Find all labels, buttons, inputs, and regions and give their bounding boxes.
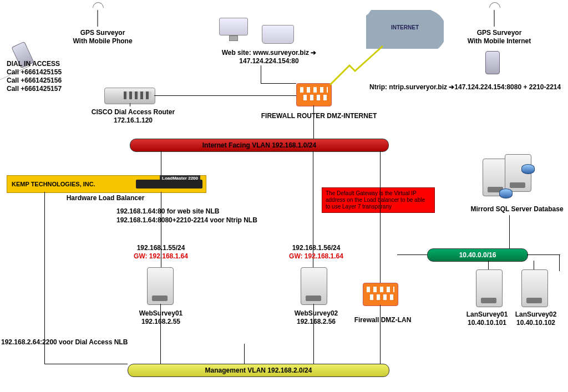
web2-gw: GW: 192.168.1.64 [277,252,355,261]
vlan-management: Management VLAN 192.168.2.0/24 [128,364,389,377]
vlan-internet-facing: Internet Facing VLAN 192.168.1.0/24 [130,139,389,152]
sql-db-icon [483,154,538,198]
connector [397,254,427,255]
dial-line-2: Call +6661425156 [7,77,62,85]
ntrip-label: Ntrip: ntrip.surveryor.biz ➔147.124.224.… [369,83,568,91]
load-balancer-device: KEMP TECHNOLOGIES, INC. LoadMaster 2200 [7,175,206,193]
sql-db-label: Mirrord SQL Server Database [467,205,567,213]
firewall-lan-label: Firewall DMZ-LAN [344,316,422,324]
websurvey02-icon [301,267,327,305]
cisco-router-label: CISCO Dial Access Router 172.16.1.120 [83,108,183,125]
desktop-icon [219,18,247,40]
firewall-lan-icon [363,283,398,306]
vlan-management-label: Management VLAN 192.168.2.0/24 [205,366,312,374]
cisco-router-icon [104,88,155,104]
connector [559,254,560,271]
connector [313,304,314,364]
lan2-name: LanSurvey02 10.40.10.102 [508,310,564,327]
connector [160,304,161,364]
firewall-internet-label: FIREWALL ROUTER DMZ-INTERNET [250,112,388,120]
mobile-phone-icon [485,51,500,74]
connector [244,344,245,364]
load-balancer-caption: Hardware Load Balancer [55,194,155,202]
connector [509,215,510,248]
lan1-name: LanSurvey01 10.40.10.101 [459,310,515,327]
connector [130,103,130,106]
kemp-model: LoadMaster 2200 [160,175,200,181]
web2-ip: 192.168.1.56/24 [277,244,355,252]
internet-link-icon [327,43,388,88]
dial-line-3: Call +6661425157 [7,85,62,93]
gps-mobile-phone-label: GPS Surveyor With Mobile Phone [61,29,144,45]
gps-mobile-internet-label: GPS Surveyor With Mobile Internet [455,29,544,45]
connector [261,83,296,84]
lansurvey02-icon [521,269,548,307]
vlan-db-label: 10.40.0.0/16 [459,251,496,259]
cloud-text: INTERNET [366,24,444,30]
connector [154,95,296,96]
kemp-brand: KEMP TECHNOLOGIES, INC. [12,181,95,187]
dial-nlb-label: 192.168.2.64:2200 voor Dial Access NLB [1,338,129,347]
connector [534,261,534,269]
vlan-internet-facing-label: Internet Facing VLAN 192.168.1.0/24 [202,141,316,149]
websurvey01-icon [147,267,174,305]
firewall-internet-icon [296,83,332,106]
gps-antenna-right-icon [494,10,495,27]
connector [313,105,314,139]
connector [380,305,381,364]
nlb-web-label: 192.168.1.64:80 for web site NLB [116,207,219,216]
lansurvey01-icon [476,269,503,307]
laptop-icon [262,25,294,44]
connector [261,65,261,83]
connector [44,364,128,364]
dial-in-title: DIAL IN ACCESS [7,60,60,68]
connector [380,151,381,283]
gateway-note: The Default Gateway is the Virtual IP ad… [322,187,435,213]
connector [488,261,489,269]
gps-antenna-left-icon [97,10,98,27]
website-label: Web site: www.surveyor.biz ➔ 147.124.224… [205,49,333,65]
connector [161,192,161,267]
connector [527,254,560,255]
nlb-ntrip-label: 192.168.1.64:8080+2210-2214 voor Ntrip N… [116,216,257,225]
vlan-db-segment: 10.40.0.0/16 [427,248,528,262]
web2-name: WebSurvey02 192.168.2.56 [277,309,355,326]
web1-name: WebSurvey01 192.168.2.55 [122,309,200,326]
